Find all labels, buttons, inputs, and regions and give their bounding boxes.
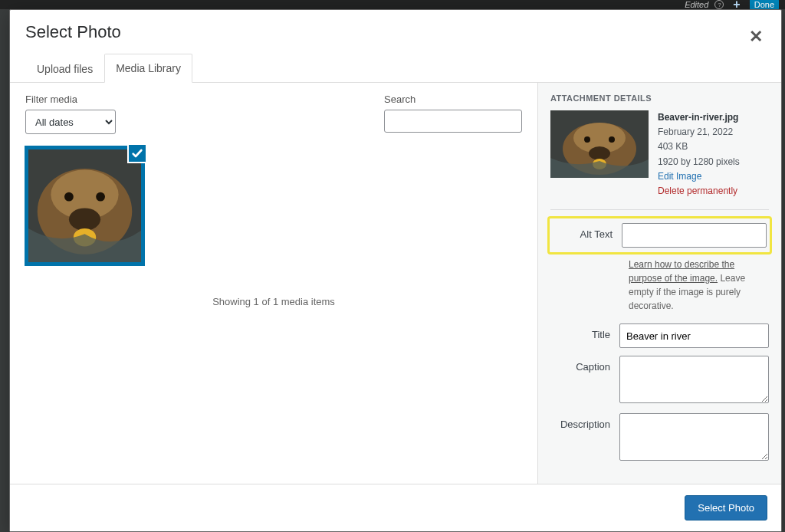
alt-text-label: Alt Text <box>553 223 622 240</box>
attachment-preview-thumb <box>550 110 649 178</box>
attachment-details-heading: ATTACHMENT DETAILS <box>550 94 769 103</box>
attachment-filename: Beaver-in-river.jpg <box>658 110 740 125</box>
search-block: Search <box>384 94 522 134</box>
page-backdrop-controls: Edited ? + Done <box>685 0 785 9</box>
edit-image-link[interactable]: Edit Image <box>658 169 740 184</box>
details-divider <box>550 209 769 210</box>
svg-point-12 <box>589 146 610 160</box>
attachment-thumb-selected[interactable] <box>25 146 144 265</box>
edited-label: Edited <box>685 0 708 9</box>
tab-upload-files[interactable]: Upload files <box>25 54 104 83</box>
tab-media-library[interactable]: Media Library <box>104 54 192 83</box>
modal-header: Select Photo ✕ <box>10 10 781 53</box>
svg-point-11 <box>609 136 615 143</box>
alt-text-highlight: Alt Text <box>547 216 772 255</box>
alt-text-input[interactable] <box>622 223 767 248</box>
help-icon: ? <box>714 0 724 9</box>
svg-point-5 <box>69 208 100 230</box>
alt-text-help: Learn how to describe the purpose of the… <box>629 258 769 313</box>
caption-label: Caption <box>550 356 619 373</box>
select-photo-button[interactable]: Select Photo <box>685 495 767 521</box>
svg-point-3 <box>64 192 74 202</box>
close-button[interactable]: ✕ <box>746 25 766 48</box>
attachment-date: February 21, 2022 <box>658 125 740 140</box>
attachment-meta: Beaver-in-river.jpg February 21, 2022 40… <box>658 110 740 199</box>
attachments-grid <box>25 146 522 265</box>
modal-body: Filter media All dates Search <box>10 83 781 484</box>
attachment-details-panel: ATTACHMENT DETAILS <box>537 83 781 484</box>
delete-permanently-link[interactable]: Delete permanently <box>658 184 740 199</box>
media-modal: Select Photo ✕ Upload files Media Librar… <box>9 9 782 532</box>
title-input[interactable] <box>619 323 769 348</box>
media-count-status: Showing 1 of 1 media items <box>25 296 522 307</box>
description-textarea[interactable] <box>619 413 769 461</box>
attachment-summary: Beaver-in-river.jpg February 21, 2022 40… <box>550 110 769 199</box>
page-backdrop-bar <box>0 0 785 9</box>
svg-point-10 <box>584 136 590 143</box>
modal-tabs: Upload files Media Library <box>10 53 781 83</box>
library-toolbar: Filter media All dates Search <box>25 94 522 134</box>
search-label: Search <box>384 94 522 105</box>
attachment-dimensions: 1920 by 1280 pixels <box>658 155 740 169</box>
caption-textarea[interactable] <box>619 356 769 403</box>
checkmark-icon <box>127 143 147 163</box>
close-icon: ✕ <box>749 27 763 46</box>
modal-footer: Select Photo <box>10 484 781 531</box>
search-input[interactable] <box>384 110 522 133</box>
attachment-filesize: 403 KB <box>658 140 740 154</box>
beaver-thumb-image <box>28 149 141 262</box>
app-viewport: Edited ? + Done Select Photo ✕ Upload fi… <box>0 0 785 532</box>
modal-title: Select Photo <box>25 22 766 42</box>
filter-dates-select[interactable]: All dates <box>25 110 116 134</box>
filter-media-block: Filter media All dates <box>25 94 116 134</box>
description-label: Description <box>550 413 619 430</box>
library-main: Filter media All dates Search <box>10 83 537 484</box>
svg-point-4 <box>96 192 105 202</box>
title-label: Title <box>550 323 619 340</box>
filter-media-label: Filter media <box>25 94 116 105</box>
